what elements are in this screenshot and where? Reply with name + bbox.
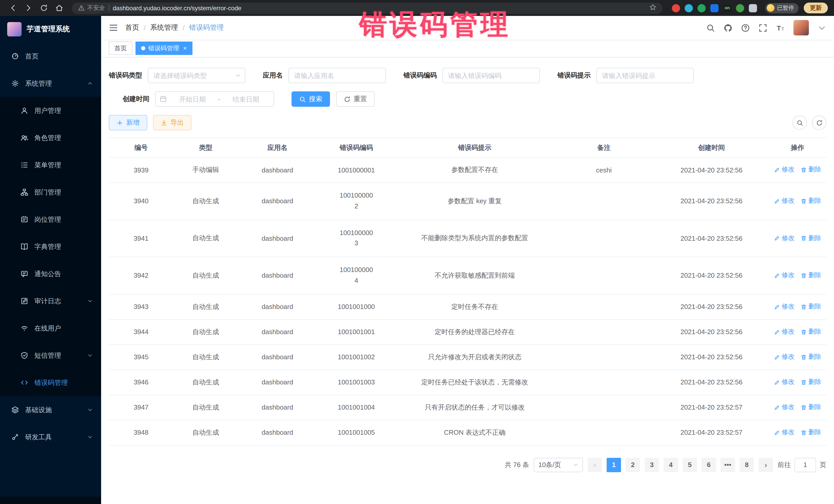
- page-button[interactable]: •••: [721, 458, 735, 472]
- page-button[interactable]: 2: [626, 458, 640, 472]
- hamburger-icon[interactable]: [109, 23, 118, 32]
- tab-active[interactable]: 错误码管理×: [135, 42, 193, 55]
- avatar[interactable]: [793, 20, 809, 36]
- search-icon[interactable]: [706, 23, 715, 32]
- tab-item[interactable]: 首页: [109, 42, 132, 55]
- cell-time: 2021-04-20 23:52:56: [654, 257, 769, 294]
- delete-link[interactable]: 删除: [800, 302, 821, 311]
- toggle-search-button[interactable]: [792, 115, 807, 130]
- delete-link[interactable]: 删除: [800, 234, 821, 242]
- sidebar-item[interactable]: 字典管理: [0, 233, 101, 260]
- chevron-up-icon: [87, 81, 93, 86]
- date-start-input[interactable]: [169, 95, 216, 103]
- page-button[interactable]: 4: [664, 458, 678, 472]
- delete-link[interactable]: 删除: [800, 166, 821, 174]
- sidebar-item[interactable]: 首页: [0, 43, 101, 70]
- delete-link[interactable]: 删除: [800, 403, 821, 412]
- refresh-table-button[interactable]: [812, 115, 826, 130]
- sidebar-item[interactable]: 短信管理: [0, 342, 101, 369]
- error-hint-input[interactable]: [596, 68, 694, 83]
- page-button[interactable]: 1: [607, 458, 621, 472]
- delete-link[interactable]: 删除: [800, 197, 821, 205]
- edit-link[interactable]: 修改: [774, 271, 794, 280]
- export-button[interactable]: 导出: [153, 115, 192, 130]
- page-button[interactable]: 6: [702, 458, 716, 472]
- not-secure-label[interactable]: 不安全: [78, 4, 105, 12]
- back-icon[interactable]: [6, 1, 20, 15]
- github-icon[interactable]: [724, 23, 732, 32]
- edit-link[interactable]: 修改: [774, 234, 794, 242]
- sidebar-item[interactable]: 菜单管理: [0, 151, 101, 179]
- ext-grid-icon[interactable]: [710, 4, 719, 12]
- reload-icon[interactable]: [37, 1, 50, 15]
- prev-page-button[interactable]: ‹: [588, 458, 602, 472]
- sidebar-item[interactable]: 在线用户: [0, 314, 101, 342]
- page-size-select[interactable]: 10条/页: [534, 458, 583, 472]
- sidebar-item[interactable]: 岗位管理: [0, 206, 101, 233]
- cell-actions: 修改删除: [769, 157, 826, 182]
- chevron-down-icon[interactable]: [817, 23, 826, 32]
- table-toolbar: 新增 导出: [109, 115, 826, 130]
- edit-link[interactable]: 修改: [774, 302, 794, 311]
- edit-link[interactable]: 修改: [774, 403, 794, 412]
- cell-actions: 修改删除: [769, 182, 826, 220]
- sidebar-item[interactable]: 错误码管理: [0, 369, 101, 396]
- ext-record-icon[interactable]: [672, 4, 680, 12]
- goto-page-input[interactable]: [794, 458, 816, 472]
- sidebar-logo[interactable]: 芋道管理系统: [0, 16, 101, 43]
- breadcrumb-item[interactable]: 首页: [125, 23, 139, 32]
- edit-link[interactable]: 修改: [774, 378, 794, 387]
- ext-pin-icon[interactable]: [749, 4, 757, 12]
- sidebar-collapse-strip[interactable]: [0, 497, 101, 504]
- next-page-button[interactable]: ›: [759, 458, 773, 472]
- home-icon[interactable]: [52, 1, 66, 15]
- page-button[interactable]: 8: [740, 458, 754, 472]
- sidebar-item[interactable]: 系统管理: [0, 70, 101, 97]
- bookmark-star-icon[interactable]: [649, 3, 656, 13]
- column-header: 操作: [769, 138, 826, 157]
- sidebar-item[interactable]: 基础设施: [0, 396, 101, 423]
- sidebar-item[interactable]: 研发工具: [0, 423, 101, 451]
- font-size-icon[interactable]: TT: [776, 23, 785, 32]
- reset-button[interactable]: 重置: [336, 91, 375, 107]
- help-icon[interactable]: [741, 23, 750, 32]
- edit-link[interactable]: 修改: [774, 428, 794, 437]
- page-button[interactable]: 5: [683, 458, 697, 472]
- error-code-input[interactable]: [442, 68, 540, 83]
- edit-link[interactable]: 修改: [774, 353, 794, 361]
- delete-link[interactable]: 删除: [800, 428, 821, 437]
- ext-leaf-icon[interactable]: [736, 4, 744, 12]
- delete-link[interactable]: 删除: [800, 271, 821, 280]
- delete-link[interactable]: 删除: [800, 327, 821, 336]
- date-end-input[interactable]: [222, 95, 269, 103]
- sidebar-item[interactable]: 部门管理: [0, 179, 101, 206]
- sidebar-item[interactable]: 角色管理: [0, 124, 101, 151]
- forward-icon[interactable]: [22, 1, 35, 15]
- cell-code: 1001001005: [317, 420, 396, 445]
- search-button[interactable]: 搜索: [291, 91, 330, 107]
- date-range-picker[interactable]: -: [155, 91, 274, 107]
- breadcrumb-item[interactable]: 错误码管理: [189, 23, 224, 32]
- edit-link[interactable]: 修改: [774, 197, 794, 205]
- url-text[interactable]: dashboard.yudao.iocoder.cn/system/error-…: [113, 4, 241, 12]
- error-type-select[interactable]: [148, 68, 245, 83]
- add-button[interactable]: 新增: [109, 115, 147, 130]
- sidebar-item[interactable]: 审计日志: [0, 287, 101, 314]
- ext-check-icon[interactable]: [698, 4, 706, 12]
- page-button[interactable]: 3: [644, 458, 659, 472]
- delete-link[interactable]: 删除: [800, 378, 821, 387]
- sidebar-item[interactable]: 通知公告: [0, 260, 101, 287]
- ext-drop-icon[interactable]: [685, 4, 693, 12]
- tab-close-icon[interactable]: ×: [183, 45, 187, 52]
- ext-on-icon[interactable]: on: [723, 4, 731, 12]
- paused-badge[interactable]: 已暂停: [765, 3, 798, 13]
- edit-icon: [774, 272, 780, 279]
- delete-link[interactable]: 删除: [800, 353, 821, 361]
- app-name-input[interactable]: [288, 68, 386, 83]
- edit-link[interactable]: 修改: [774, 327, 794, 336]
- fullscreen-icon[interactable]: [759, 23, 767, 32]
- sidebar-item[interactable]: 用户管理: [0, 97, 101, 124]
- edit-link[interactable]: 修改: [774, 166, 794, 174]
- breadcrumb-item[interactable]: 系统管理: [150, 23, 178, 32]
- update-button[interactable]: 更新: [804, 3, 828, 13]
